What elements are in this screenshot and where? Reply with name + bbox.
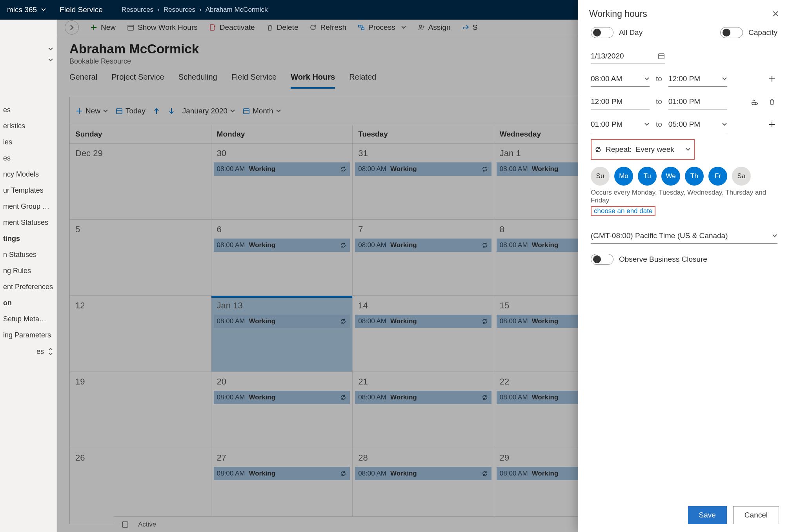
area-label[interactable]: Field Service xyxy=(60,5,103,14)
tab-scheduling[interactable]: Scheduling xyxy=(178,73,217,89)
chevron-down-icon[interactable] xyxy=(48,46,53,52)
sidebar-item[interactable]: ng Rules xyxy=(0,263,56,279)
crumb-1[interactable]: Resources xyxy=(164,6,195,14)
calendar-cell[interactable]: 3008:00 AMWorking xyxy=(211,143,353,219)
show-work-hours-button[interactable]: Show Work Hours xyxy=(127,23,198,32)
calendar-cell[interactable]: 708:00 AMWorking xyxy=(353,219,494,295)
observe-closure-label: Observe Business Closure xyxy=(619,255,707,264)
observe-closure-toggle[interactable] xyxy=(591,254,613,265)
delete-button[interactable]: Delete xyxy=(266,23,299,32)
svg-point-4 xyxy=(419,25,422,27)
repeat-select[interactable]: Every week xyxy=(636,142,691,157)
add-slot-button[interactable] xyxy=(766,119,777,130)
day-toggle[interactable]: Sa xyxy=(732,167,751,186)
calendar-cell[interactable]: 2008:00 AMWorking xyxy=(211,372,353,448)
delete-slot-button[interactable] xyxy=(766,96,777,107)
to-time-field[interactable]: 01:00 PM xyxy=(668,94,727,109)
calendar-event[interactable]: 08:00 AMWorking xyxy=(214,467,350,480)
sidebar-switcher-label[interactable]: es xyxy=(36,348,44,356)
view-picker[interactable]: Month xyxy=(242,107,281,115)
from-time-field[interactable]: 12:00 PM xyxy=(591,94,650,109)
brand-label: mics 365 xyxy=(7,5,37,14)
share-button[interactable]: S xyxy=(462,23,478,32)
calendar-cell[interactable]: 26 xyxy=(70,448,211,524)
timezone-select[interactable]: (GMT-08:00) Pacific Time (US & Canada) xyxy=(591,228,777,244)
calendar-event[interactable]: 08:00 AMWorking xyxy=(214,391,350,404)
refresh-button[interactable]: Refresh xyxy=(309,23,346,32)
calendar-cell[interactable]: Jan 1308:00 AMWorking xyxy=(211,295,353,372)
calendar-event[interactable]: 08:00 AMWorking xyxy=(214,315,350,328)
deactivate-button[interactable]: Deactivate xyxy=(209,23,255,32)
recurring-icon xyxy=(481,166,488,173)
tab-general[interactable]: General xyxy=(69,73,97,89)
calendar-cell[interactable]: 19 xyxy=(70,372,211,448)
calendar-cell[interactable]: Dec 29 xyxy=(70,143,211,219)
day-toggle[interactable]: Tu xyxy=(638,167,657,186)
from-time-field[interactable]: 01:00 PM xyxy=(591,117,650,132)
sidebar-item[interactable]: eristics xyxy=(0,118,56,134)
calendar-cell[interactable]: 2808:00 AMWorking xyxy=(353,448,494,524)
calendar-cell[interactable]: 12 xyxy=(70,295,211,372)
close-icon[interactable]: ✕ xyxy=(772,9,779,19)
cancel-button[interactable]: Cancel xyxy=(733,506,779,524)
day-toggle[interactable]: We xyxy=(661,167,680,186)
day-toggle[interactable]: Mo xyxy=(614,167,633,186)
new-button[interactable]: New xyxy=(90,23,116,32)
chevron-down-icon[interactable] xyxy=(48,57,53,63)
calendar-event[interactable]: 08:00 AMWorking xyxy=(355,315,491,328)
choose-end-date-link[interactable]: choose an end date xyxy=(591,206,655,216)
calendar-cell[interactable]: 608:00 AMWorking xyxy=(211,219,353,295)
capacity-toggle[interactable] xyxy=(720,27,743,38)
sidebar-item[interactable]: ment Statuses xyxy=(0,215,56,231)
calendar-event[interactable]: 08:00 AMWorking xyxy=(214,239,350,252)
sidebar-item[interactable]: ur Templates xyxy=(0,182,56,199)
calendar-cell[interactable]: 1408:00 AMWorking xyxy=(353,295,494,372)
calendar-new-button[interactable]: New xyxy=(75,107,108,115)
tab-field-service[interactable]: Field Service xyxy=(231,73,277,89)
sidebar-item[interactable]: ment Group … xyxy=(0,199,56,215)
crumb-0[interactable]: Resources xyxy=(122,6,153,14)
process-button[interactable]: Process xyxy=(357,23,406,32)
repeat-row-highlight: Repeat: Every week xyxy=(591,139,695,160)
allday-toggle[interactable] xyxy=(591,27,613,38)
today-button[interactable]: Today xyxy=(115,107,146,115)
sidebar-item[interactable]: ies xyxy=(0,134,56,150)
period-picker[interactable]: January 2020 xyxy=(182,107,235,115)
date-field[interactable]: 1/13/2020 xyxy=(591,48,665,64)
assign-button[interactable]: Assign xyxy=(417,23,451,32)
sidebar-item[interactable]: ent Preferences xyxy=(0,279,56,295)
from-time-field[interactable]: 08:00 AM xyxy=(591,71,650,87)
tab-project-service[interactable]: Project Service xyxy=(111,73,164,89)
tab-work-hours[interactable]: Work Hours xyxy=(291,73,335,89)
chevron-down-icon[interactable] xyxy=(41,7,46,13)
add-slot-button[interactable] xyxy=(766,73,777,84)
calendar-event[interactable]: 08:00 AMWorking xyxy=(355,162,491,176)
record-nav-button[interactable] xyxy=(65,20,79,35)
tab-related[interactable]: Related xyxy=(349,73,376,89)
svg-rect-3 xyxy=(362,28,364,30)
svg-rect-2 xyxy=(359,25,361,27)
day-toggle[interactable]: Su xyxy=(591,167,610,186)
calendar-event[interactable]: 08:00 AMWorking xyxy=(355,239,491,252)
sidebar-item[interactable]: es xyxy=(0,102,56,118)
to-time-field[interactable]: 12:00 PM xyxy=(668,71,727,87)
calendar-cell[interactable]: 2108:00 AMWorking xyxy=(353,372,494,448)
sidebar-item[interactable]: n Statuses xyxy=(0,247,56,263)
calendar-cell[interactable]: 5 xyxy=(70,219,211,295)
calendar-cell[interactable]: 2708:00 AMWorking xyxy=(211,448,353,524)
sidebar-item[interactable]: ncy Models xyxy=(0,166,56,182)
calendar-event[interactable]: 08:00 AMWorking xyxy=(214,162,350,176)
to-time-field[interactable]: 05:00 PM xyxy=(668,117,727,132)
calendar-event[interactable]: 08:00 AMWorking xyxy=(355,467,491,480)
updown-icon[interactable] xyxy=(48,347,53,356)
day-toggle[interactable]: Th xyxy=(685,167,704,186)
sidebar-item[interactable]: ing Parameters xyxy=(0,327,56,343)
arrow-up-icon[interactable] xyxy=(153,107,160,115)
sidebar-item[interactable]: Setup Meta… xyxy=(0,311,56,327)
arrow-down-icon[interactable] xyxy=(167,107,175,115)
save-button[interactable]: Save xyxy=(688,506,727,524)
day-toggle[interactable]: Fr xyxy=(708,167,727,186)
calendar-event[interactable]: 08:00 AMWorking xyxy=(355,391,491,404)
sidebar-item[interactable]: es xyxy=(0,150,56,166)
calendar-cell[interactable]: 3108:00 AMWorking xyxy=(353,143,494,219)
